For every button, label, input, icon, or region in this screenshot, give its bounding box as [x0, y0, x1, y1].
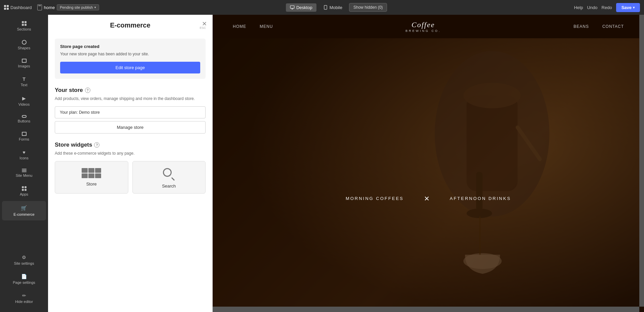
icons-icon: ♥: [23, 150, 25, 155]
preview-scrollbar-horizontal[interactable]: [213, 307, 639, 312]
hero-overlay: [213, 38, 644, 312]
sidebar-item-text[interactable]: T Text: [2, 73, 46, 91]
edit-store-button[interactable]: Edit store page: [60, 62, 200, 73]
search-widget-label: Search: [162, 184, 176, 189]
sidebar-item-icons[interactable]: ♥ Icons: [2, 146, 46, 164]
forms-icon: [22, 132, 27, 136]
panel-title: E-commerce: [110, 21, 150, 29]
hero-tab-morning: MORNING COFFEES: [346, 196, 404, 201]
undo-button[interactable]: Undo: [587, 5, 597, 10]
search-widget-card[interactable]: Search: [132, 161, 206, 194]
sidebar-item-videos[interactable]: ▶ Videos: [2, 92, 46, 110]
store-widgets-title: Store widgets ?: [55, 142, 206, 148]
preview-scrollbar-vertical[interactable]: [639, 15, 644, 307]
sidebar-item-page-settings[interactable]: 📄 Page settings: [2, 270, 46, 289]
left-sidebar: Sections Shapes Images T Text ▶ Videos B…: [0, 15, 48, 312]
page-icon: [37, 4, 42, 10]
sections-icon: [22, 21, 27, 26]
widgets-row: Store Search: [55, 161, 206, 194]
sidebar-item-apps[interactable]: Apps: [2, 182, 46, 200]
pending-chevron: ▾: [94, 6, 96, 9]
sidebar-item-site-settings[interactable]: ⚙ Site settings: [2, 251, 46, 269]
ecommerce-panel: E-commerce ✕ ESC Store page created Your…: [48, 15, 213, 312]
nav-links-right: BEANS CONTACT: [573, 24, 624, 29]
desktop-icon: [290, 5, 295, 10]
svg-rect-0: [290, 6, 294, 8]
panel-body: Store page created Your new store page h…: [48, 35, 212, 200]
hero-separator: ✕: [424, 195, 430, 203]
topbar-actions: Help Undo Redo Save ▾: [574, 3, 640, 12]
sidebar-item-hide-editor[interactable]: ✏ Hide editor: [2, 289, 46, 308]
site-preview: HOME MENU Coffee BREWING CO. BEANS CONTA…: [213, 15, 644, 312]
store-widget-label: Store: [86, 181, 97, 187]
nav-contact: CONTACT: [602, 24, 624, 29]
search-widget-icon: [163, 168, 175, 180]
preview-area: HOME MENU Coffee BREWING CO. BEANS CONTA…: [213, 15, 644, 312]
sidebar-bottom: ⚙ Site settings 📄 Page settings ✏ Hide e…: [0, 248, 48, 310]
nav-menu: MENU: [260, 24, 273, 29]
store-created-title: Store page created: [60, 44, 200, 49]
plan-badge: Your plan: Demo store: [55, 106, 206, 118]
save-chevron: ▾: [633, 6, 635, 9]
topbar: Dashboard home Pending site publish ▾ De…: [0, 0, 644, 15]
page-settings-icon: 📄: [21, 274, 27, 279]
dashboard-icon: [4, 5, 9, 10]
nav-beans: BEANS: [573, 24, 589, 29]
store-widget-icon: [82, 168, 101, 178]
mobile-icon: [323, 5, 328, 10]
save-button[interactable]: Save ▾: [616, 3, 640, 12]
esc-label: ESC: [200, 26, 206, 30]
panel-header: E-commerce ✕ ESC: [48, 15, 212, 35]
nav-links-left: HOME MENU: [233, 24, 273, 29]
main-area: Sections Shapes Images T Text ▶ Videos B…: [0, 15, 644, 312]
videos-icon: ▶: [22, 96, 26, 101]
your-store-title: Your store ?: [55, 87, 206, 94]
your-store-desc: Add products, view orders, manage shippi…: [55, 96, 206, 102]
images-icon: [22, 59, 27, 63]
sidebar-item-forms[interactable]: Forms: [2, 128, 46, 145]
sidebar-item-images[interactable]: Images: [2, 55, 46, 72]
redo-button[interactable]: Redo: [602, 5, 612, 10]
show-hidden-button[interactable]: Show hidden (0): [349, 3, 387, 12]
hide-editor-icon: ✏: [22, 293, 26, 298]
sidebar-item-shapes[interactable]: Shapes: [2, 36, 46, 54]
site-settings-icon: ⚙: [22, 255, 26, 260]
store-widget-card[interactable]: Store: [55, 161, 128, 194]
help-button[interactable]: Help: [574, 5, 583, 10]
view-toggle: Desktop Mobile Show hidden (0): [102, 3, 571, 12]
hero-section: MORNING COFFEES ✕ AFTERNOON DRINKS: [213, 38, 644, 312]
desktop-view-button[interactable]: Desktop: [286, 3, 316, 12]
pending-label: Pending site publish: [60, 5, 93, 9]
your-store-help-icon[interactable]: ?: [85, 88, 90, 93]
store-created-desc: Your new store page has been added to yo…: [60, 51, 200, 57]
store-widgets-desc: Add these e-commerce widgets to any page…: [55, 150, 206, 156]
buttons-icon: [22, 115, 27, 118]
sidebar-item-sections[interactable]: Sections: [2, 17, 46, 35]
logo-subtitle: BREWING CO.: [405, 29, 441, 33]
sitemenu-icon: [22, 169, 27, 172]
sidebar-item-sitemenu[interactable]: Site Menu: [2, 165, 46, 181]
dashboard-link[interactable]: Dashboard: [4, 5, 35, 10]
nav-home: HOME: [233, 24, 246, 29]
hero-tab-afternoon: AFTERNOON DRINKS: [450, 196, 511, 201]
site-nav: HOME MENU Coffee BREWING CO. BEANS CONTA…: [213, 15, 644, 38]
mobile-view-button[interactable]: Mobile: [319, 3, 346, 12]
manage-store-button[interactable]: Manage store: [55, 121, 206, 134]
shapes-icon: [22, 40, 27, 45]
text-icon: T: [23, 77, 26, 82]
ecommerce-icon: 🛒: [21, 205, 27, 211]
hero-tabs: MORNING COFFEES ✕ AFTERNOON DRINKS: [213, 195, 644, 203]
store-widgets-help-icon[interactable]: ?: [94, 142, 99, 148]
sidebar-item-buttons[interactable]: Buttons: [2, 111, 46, 127]
store-created-box: Store page created Your new store page h…: [55, 39, 206, 79]
page-indicator: home: [37, 4, 55, 10]
page-name: home: [44, 5, 55, 10]
pending-badge[interactable]: Pending site publish ▾: [57, 4, 99, 10]
sidebar-item-ecommerce[interactable]: 🛒 E-commerce: [2, 201, 46, 220]
site-logo: Coffee BREWING CO.: [405, 20, 441, 33]
svg-rect-1: [324, 5, 327, 9]
apps-icon: [22, 186, 27, 191]
dashboard-label: Dashboard: [10, 5, 32, 10]
